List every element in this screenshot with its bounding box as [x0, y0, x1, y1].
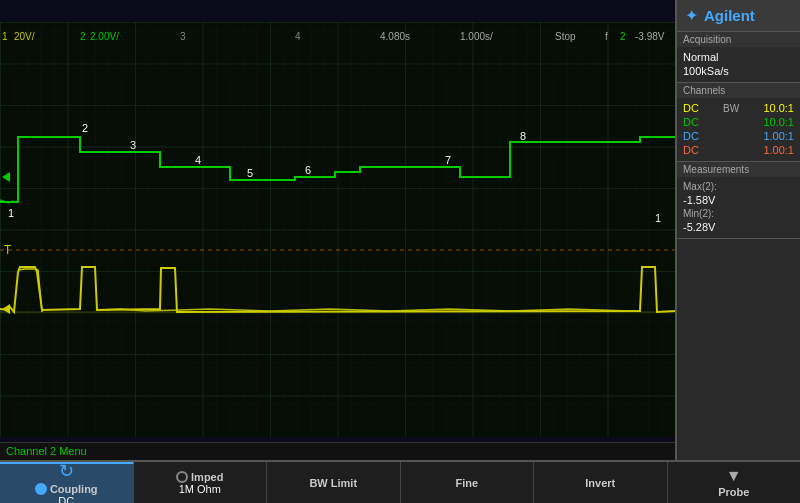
- max-row: Max(2):: [683, 180, 794, 193]
- right-panel: ✦ Agilent Acquisition Normal 100kSa/s Ch…: [675, 0, 800, 460]
- max-val-row: -1.58V: [683, 193, 794, 207]
- svg-text:3: 3: [180, 31, 186, 42]
- ch2-row: DC 10.0:1: [683, 115, 794, 129]
- svg-text:7: 7: [445, 154, 451, 166]
- svg-text:1.000s/: 1.000s/: [460, 31, 493, 42]
- imped-menu-item[interactable]: Imped 1M Ohm: [134, 462, 268, 503]
- svg-text:-3.98V: -3.98V: [635, 31, 665, 42]
- svg-text:3: 3: [130, 139, 136, 151]
- coupling-label-row: Coupling: [35, 483, 98, 495]
- ch4-scale: 1.00:1: [763, 144, 794, 156]
- coupling-menu-item[interactable]: ↻ Coupling DC: [0, 462, 134, 503]
- measurements-section: Measurements Max(2): -1.58V Min(2): -5.2…: [677, 162, 800, 239]
- max-label: Max(2):: [683, 181, 717, 192]
- ch4-row: DC 1.00:1: [683, 143, 794, 157]
- svg-rect-1: [0, 22, 675, 437]
- channels-section: Channels DC BW 10.0:1 DC 10.0:1 DC 1.00:…: [677, 83, 800, 162]
- min-value: -5.28V: [683, 221, 715, 233]
- max-value: -1.58V: [683, 194, 715, 206]
- acquisition-title: Acquisition: [677, 32, 800, 47]
- grid-overlay: [0, 22, 675, 437]
- ch3-scale: 1.00:1: [763, 130, 794, 142]
- invert-label: Invert: [585, 477, 615, 489]
- svg-text:4.080s: 4.080s: [380, 31, 410, 42]
- channels-title: Channels: [677, 83, 800, 98]
- waveform-display: T 1 2 3 4 5 6 7 8 1 1 20V/ 2 2.00V/ 3 4 …: [0, 22, 675, 437]
- svg-text:2.00V/: 2.00V/: [90, 31, 119, 42]
- bw-limit-label: BW Limit: [309, 477, 357, 489]
- acq-rate-value: 100kSa/s: [683, 65, 729, 77]
- min-val-row: -5.28V: [683, 220, 794, 234]
- imped-radio: [176, 471, 188, 483]
- min-label: Min(2):: [683, 208, 714, 219]
- acq-rate-row: 100kSa/s: [683, 64, 794, 78]
- ch3-coupling: DC: [683, 130, 699, 142]
- imped-label: Imped: [191, 471, 223, 483]
- svg-rect-2: [0, 22, 675, 437]
- coupling-radio: [35, 483, 47, 495]
- svg-marker-14: [2, 304, 10, 314]
- svg-text:2: 2: [80, 31, 86, 42]
- acq-mode-row: Normal: [683, 50, 794, 64]
- svg-text:1: 1: [2, 31, 8, 42]
- fine-menu-item[interactable]: Fine: [401, 462, 535, 503]
- coupling-icon: ↻: [59, 460, 74, 482]
- probe-label: Probe: [718, 486, 749, 498]
- oscilloscope-screen: T 1 2 3 4 5 6 7 8 1 1 20V/ 2 2.00V/ 3 4 …: [0, 0, 675, 460]
- acquisition-section: Acquisition Normal 100kSa/s: [677, 32, 800, 83]
- imped-value: 1M Ohm: [179, 483, 221, 495]
- ch4-coupling: DC: [683, 144, 699, 156]
- svg-text:8: 8: [520, 130, 526, 142]
- min-row: Min(2):: [683, 207, 794, 220]
- fine-label: Fine: [455, 477, 478, 489]
- svg-text:4: 4: [195, 154, 201, 166]
- svg-text:Stop: Stop: [555, 31, 576, 42]
- measurements-title: Measurements: [677, 162, 800, 177]
- ch1-scale: 10.0:1: [763, 102, 794, 114]
- svg-text:T: T: [4, 243, 12, 257]
- bw-limit-menu-item[interactable]: BW Limit: [267, 462, 401, 503]
- ch1-bw: BW: [723, 103, 739, 114]
- svg-marker-15: [2, 172, 10, 182]
- coupling-label: Coupling: [50, 483, 98, 495]
- ch2-coupling: DC: [683, 116, 699, 128]
- coupling-value: DC: [58, 495, 74, 503]
- svg-text:5: 5: [247, 167, 253, 179]
- ch3-row: DC 1.00:1: [683, 129, 794, 143]
- ch1-coupling: DC: [683, 102, 699, 114]
- svg-text:1: 1: [8, 207, 14, 219]
- svg-text:6: 6: [305, 164, 311, 176]
- svg-text:1: 1: [655, 212, 661, 224]
- coupling-row: ↻: [59, 460, 74, 483]
- brand-name: Agilent: [704, 7, 755, 24]
- channel2-menu-label: Channel 2 Menu: [0, 442, 675, 460]
- ch1-row: DC BW 10.0:1: [683, 101, 794, 115]
- bottom-menu-bar: ↻ Coupling DC Imped 1M Ohm BW Limit Fine…: [0, 460, 800, 503]
- svg-text:2: 2: [620, 31, 626, 42]
- svg-text:2: 2: [82, 122, 88, 134]
- svg-text:4: 4: [295, 31, 301, 42]
- agilent-icon: ✦: [685, 6, 698, 25]
- svg-rect-0: [0, 22, 675, 437]
- svg-text:20V/: 20V/: [14, 31, 35, 42]
- probe-menu-item[interactable]: ▼ Probe: [668, 462, 801, 503]
- agilent-logo: ✦ Agilent: [677, 0, 800, 32]
- ch2-scale: 10.0:1: [763, 116, 794, 128]
- svg-text:f: f: [605, 31, 608, 42]
- acq-mode-value: Normal: [683, 51, 718, 63]
- imped-label-row: Imped: [176, 471, 223, 483]
- invert-menu-item[interactable]: Invert: [534, 462, 668, 503]
- probe-icon: ▼: [726, 467, 742, 485]
